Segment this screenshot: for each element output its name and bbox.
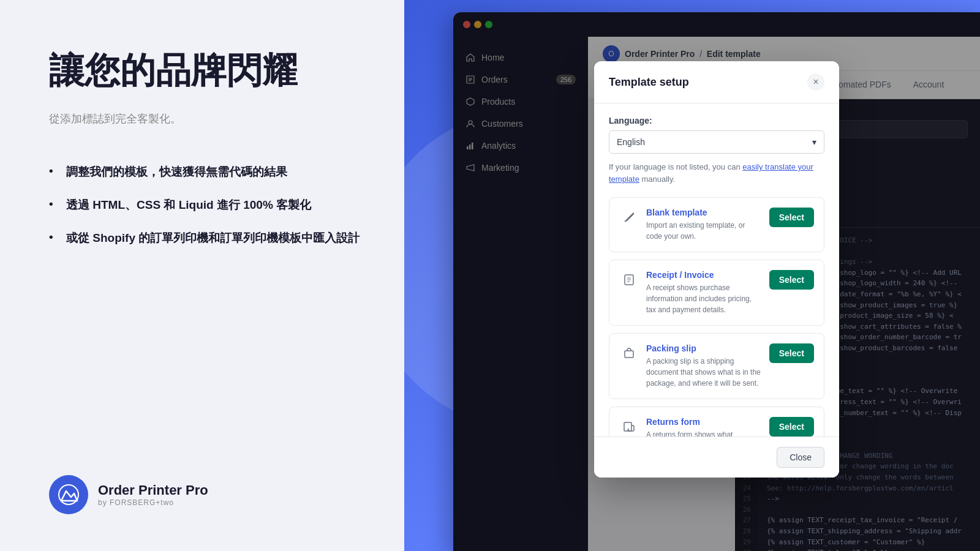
packing-icon xyxy=(619,343,639,363)
receipt-info: Receipt / Invoice A receipt shows purcha… xyxy=(646,270,762,315)
packing-desc: A packing slip is a shipping document th… xyxy=(646,356,762,389)
modal-overlay[interactable]: Template setup × Language: English ▾ If … xyxy=(453,12,980,551)
blank-select-button[interactable]: Select xyxy=(769,208,814,227)
bullet-item: 調整我們的模板，快速獲得無需代碼的結果 xyxy=(49,156,361,189)
modal-close-footer-button[interactable]: Close xyxy=(777,447,824,468)
returns-icon xyxy=(619,417,639,437)
returns-name: Returns form xyxy=(646,417,762,427)
packing-select-button[interactable]: Select xyxy=(769,343,814,363)
logo-name: Order Printer Pro xyxy=(98,482,208,498)
packing-name: Packing slip xyxy=(646,343,762,353)
modal-title: Template setup xyxy=(609,76,689,89)
receipt-select-button[interactable]: Select xyxy=(769,270,814,290)
right-panel: Home Orders 256 Products xyxy=(404,0,980,551)
blank-name: Blank template xyxy=(646,208,762,217)
receipt-icon xyxy=(619,270,639,290)
bullet-item: 透過 HTML、CSS 和 Liquid 進行 100% 客製化 xyxy=(49,189,361,222)
logo-icon xyxy=(58,484,80,506)
receipt-desc: A receipt shows purchase information and… xyxy=(646,282,762,315)
logo-section: Order Printer Pro by FORSBERG+two xyxy=(49,475,361,514)
receipt-name: Receipt / Invoice xyxy=(646,270,762,280)
blank-desc: Import an existing template, or code you… xyxy=(646,220,762,242)
left-panel: 讓您的品牌閃耀 從添加標誌到完全客製化。 調整我們的模板，快速獲得無需代碼的結果… xyxy=(0,0,404,551)
modal-close-button[interactable]: × xyxy=(807,73,824,91)
bullet-item: 或從 Shopify 的訂單列印機和訂單列印機模板中匯入設計 xyxy=(49,222,361,255)
blank-info: Blank template Import an existing templa… xyxy=(646,208,762,242)
template-option-receipt: Receipt / Invoice A receipt shows purcha… xyxy=(609,260,824,326)
shopify-window: Home Orders 256 Products xyxy=(453,12,980,551)
modal-header: Template setup × xyxy=(594,61,839,103)
returns-select-button[interactable]: Select xyxy=(769,417,814,437)
main-title: 讓您的品牌閃耀 xyxy=(49,49,361,92)
modal: Template setup × Language: English ▾ If … xyxy=(594,61,839,478)
logo-sub: by FORSBERG+two xyxy=(98,498,208,507)
packing-info: Packing slip A packing slip is a shippin… xyxy=(646,343,762,389)
template-option-blank: Blank template Import an existing templa… xyxy=(609,197,824,252)
modal-body: Language: English ▾ If your language is … xyxy=(594,103,839,478)
language-select[interactable]: English ▾ xyxy=(609,130,824,154)
template-options: Blank template Import an existing templa… xyxy=(609,197,824,478)
svg-rect-13 xyxy=(625,351,633,358)
chevron-down-icon: ▾ xyxy=(812,137,816,147)
subtitle: 從添加標誌到完全客製化。 xyxy=(49,111,361,126)
language-value: English xyxy=(617,137,645,147)
language-label: Language: xyxy=(609,116,824,126)
logo-circle xyxy=(49,475,88,514)
modal-footer: Close xyxy=(594,437,839,478)
blank-icon xyxy=(619,208,639,227)
bullet-list: 調整我們的模板，快速獲得無需代碼的結果透過 HTML、CSS 和 Liquid … xyxy=(49,156,361,255)
template-option-packing: Packing slip A packing slip is a shippin… xyxy=(609,333,824,399)
translate-note: If your language is not listed, you can … xyxy=(609,161,824,185)
